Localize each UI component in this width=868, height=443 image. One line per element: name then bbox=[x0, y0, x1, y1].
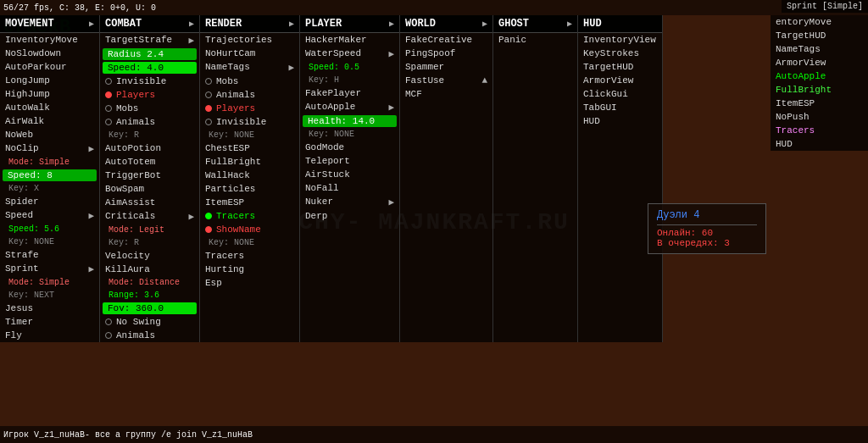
item-longjump[interactable]: LongJump bbox=[0, 74, 99, 87]
item-inventoryview[interactable]: InventoryView bbox=[578, 33, 662, 47]
item-spider[interactable]: Spider bbox=[0, 195, 99, 208]
radio-mobs[interactable]: Mobs bbox=[100, 102, 199, 115]
world-header[interactable]: WORLD ▶ bbox=[400, 15, 492, 33]
item-speed[interactable]: Speed ▶ bbox=[0, 208, 99, 223]
item-autowalk[interactable]: AutoWalk bbox=[0, 101, 99, 114]
item-nofall[interactable]: NoFall bbox=[300, 181, 399, 195]
movement-header[interactable]: MOVEMENT ▶ bbox=[0, 15, 99, 33]
radio-render-invisible-label: Invisible bbox=[216, 117, 266, 127]
right-itemesp[interactable]: ItemESP bbox=[771, 97, 868, 110]
radio-invisible[interactable]: Invisible bbox=[100, 75, 199, 88]
dueli-label: Дуэли bbox=[657, 209, 687, 221]
item-autototem[interactable]: AutoTotem bbox=[100, 155, 199, 169]
item-clickgui[interactable]: ClickGui bbox=[578, 87, 662, 101]
item-pingspoof[interactable]: PingSpoof bbox=[400, 47, 492, 60]
targetstrafe-radius[interactable]: Radius 2.4 bbox=[103, 48, 197, 60]
item-velocity[interactable]: Velocity bbox=[100, 249, 199, 263]
right-tracers[interactable]: Tracers bbox=[771, 124, 868, 137]
item-hud[interactable]: HUD bbox=[578, 114, 662, 128]
item-noslowdown[interactable]: NoSlowdown bbox=[0, 47, 99, 60]
player-header[interactable]: PLAYER ▶ bbox=[300, 15, 399, 33]
item-autoapple[interactable]: AutoApple ▶ bbox=[300, 100, 399, 114]
killaura-fov[interactable]: Fov: 360.0 bbox=[103, 302, 197, 314]
item-criticals[interactable]: Criticals ▶ bbox=[100, 209, 199, 224]
item-itemesp[interactable]: ItemESP bbox=[200, 196, 299, 209]
radio-noswing[interactable]: No Swing bbox=[100, 315, 199, 329]
ghost-header[interactable]: GHOST ▶ bbox=[493, 15, 577, 33]
hud-header[interactable]: HUD bbox=[578, 15, 662, 33]
radio-render-mobs[interactable]: Mobs bbox=[200, 75, 299, 88]
radio-animals2[interactable]: Animals bbox=[100, 329, 199, 342]
item-tabgui[interactable]: TabGUI bbox=[578, 101, 662, 114]
radio-animals[interactable]: Animals bbox=[100, 115, 199, 129]
item-killaura[interactable]: KillAura bbox=[100, 263, 199, 276]
item-tracers2[interactable]: Tracers bbox=[200, 249, 299, 263]
item-derp[interactable]: Derp bbox=[300, 209, 399, 223]
item-autoparkour[interactable]: AutoParkour bbox=[0, 60, 99, 74]
radio-invisible-dot bbox=[105, 78, 112, 85]
right-fullbright[interactable]: FullBright bbox=[771, 83, 868, 97]
item-waterspeed[interactable]: WaterSpeed ▶ bbox=[300, 47, 399, 61]
item-noweb[interactable]: NoWeb bbox=[0, 128, 99, 141]
autoapple-health[interactable]: Health: 14.0 bbox=[303, 115, 397, 127]
item-hurting[interactable]: Hurting bbox=[200, 263, 299, 276]
radio-render-players[interactable]: Players bbox=[200, 102, 299, 115]
radio-showname[interactable]: ShowName bbox=[200, 223, 299, 236]
item-panic[interactable]: Panic bbox=[493, 33, 577, 47]
right-armorview[interactable]: ArmorView bbox=[771, 56, 868, 69]
radio-render-invisible[interactable]: Invisible bbox=[200, 115, 299, 129]
item-airwalk[interactable]: AirWalk bbox=[0, 114, 99, 128]
item-targethud[interactable]: TargetHUD bbox=[578, 60, 662, 74]
item-airstuck[interactable]: AirStuck bbox=[300, 168, 399, 181]
item-autopotion[interactable]: AutoPotion bbox=[100, 141, 199, 155]
item-strafe[interactable]: Strafe bbox=[0, 248, 99, 262]
item-jesus[interactable]: Jesus bbox=[0, 302, 99, 315]
world-column: WORLD ▶ FakeCreative PingSpoof Spammer F… bbox=[400, 15, 493, 342]
item-triggerbot[interactable]: TriggerBot bbox=[100, 169, 199, 182]
item-aimassist[interactable]: AimAssist bbox=[100, 196, 199, 209]
item-fakeplayer[interactable]: FakePlayer bbox=[300, 86, 399, 100]
right-hud[interactable]: HUD bbox=[771, 137, 868, 151]
item-trajectories[interactable]: Trajectories bbox=[200, 33, 299, 47]
item-fly[interactable]: Fly bbox=[0, 329, 99, 342]
targetstrafe-speed[interactable]: Speed: 4.0 bbox=[103, 62, 197, 74]
item-spammer[interactable]: Spammer bbox=[400, 60, 492, 74]
item-targetstrafe[interactable]: TargetStrafe ▶ bbox=[100, 33, 199, 47]
item-nuker[interactable]: Nuker ▶ bbox=[300, 195, 399, 209]
right-inventorymove[interactable]: entoryMove bbox=[771, 15, 868, 29]
item-fastuse[interactable]: FastUse ▲ bbox=[400, 74, 492, 87]
item-fullbright[interactable]: FullBright bbox=[200, 155, 299, 169]
item-nametags[interactable]: NameTags ▶ bbox=[200, 60, 299, 75]
item-esp[interactable]: Esp bbox=[200, 276, 299, 290]
item-godmode[interactable]: GodMode bbox=[300, 141, 399, 154]
item-inventorymove[interactable]: InventoryMove bbox=[0, 33, 99, 47]
sprint-panel: Sprint [Simple] bbox=[782, 0, 868, 13]
item-bowspam[interactable]: BowSpam bbox=[100, 182, 199, 196]
right-targethud[interactable]: TargetHUD bbox=[771, 29, 868, 42]
item-hackermaker[interactable]: HackerMaker bbox=[300, 33, 399, 47]
item-chestesp[interactable]: ChestESP bbox=[200, 141, 299, 155]
right-nopush[interactable]: NoPush bbox=[771, 110, 868, 124]
item-teleport[interactable]: Teleport bbox=[300, 154, 399, 168]
item-noclip[interactable]: NoClip ▶ bbox=[0, 141, 99, 156]
waterspeed-arrow: ▶ bbox=[388, 48, 394, 59]
item-sprint[interactable]: Sprint ▶ bbox=[0, 262, 99, 276]
radio-tracers[interactable]: Tracers bbox=[200, 209, 299, 223]
item-nohurtcam[interactable]: NoHurtCam bbox=[200, 47, 299, 60]
item-wallhack[interactable]: WallHack bbox=[200, 169, 299, 182]
item-fakecreative[interactable]: FakeCreative bbox=[400, 33, 492, 47]
item-armorview[interactable]: ArmorView bbox=[578, 74, 662, 87]
combat-header[interactable]: COMBAT ▶ bbox=[100, 15, 199, 33]
item-keystrokes[interactable]: KeyStrokes bbox=[578, 47, 662, 60]
radio-render-mobs-label: Mobs bbox=[216, 76, 238, 86]
item-mcf[interactable]: MCF bbox=[400, 87, 492, 101]
item-timer[interactable]: Timer bbox=[0, 315, 99, 329]
noclip-speed[interactable]: Speed: 8 bbox=[3, 169, 97, 181]
radio-players[interactable]: Players bbox=[100, 88, 199, 102]
radio-render-animals[interactable]: Animals bbox=[200, 88, 299, 102]
item-highjump[interactable]: HighJump bbox=[0, 87, 99, 101]
item-particles[interactable]: Particles bbox=[200, 182, 299, 196]
right-nametags[interactable]: NameTags bbox=[771, 42, 868, 56]
right-autoapple[interactable]: AutoApple bbox=[771, 69, 868, 83]
render-header[interactable]: RENDER ▶ bbox=[200, 15, 299, 33]
